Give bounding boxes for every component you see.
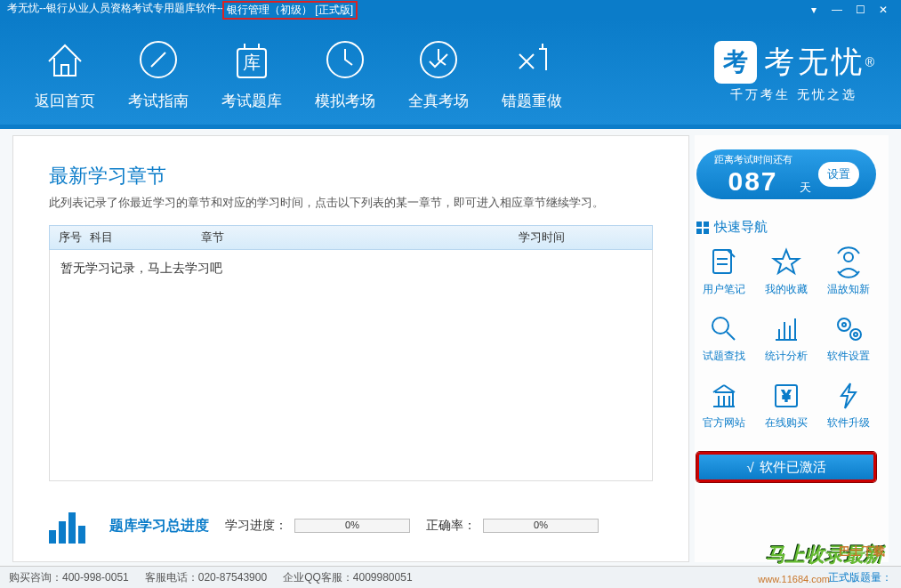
bar-chart-icon	[49, 508, 93, 544]
study-label: 学习进度：	[225, 518, 287, 534]
main-panel: 最新学习章节 此列表记录了你最近学习的章节和对应的学习时间，点击以下列表的某一章…	[12, 135, 689, 562]
title-highlight: 银行管理（初级） [正式版]	[222, 1, 358, 20]
quicknav-settings[interactable]: 软件设置	[821, 313, 876, 364]
statusbar: 购买咨询：400-998-0051 客服电话：020-87543900 企业QQ…	[0, 566, 901, 588]
svg-rect-7	[68, 512, 76, 544]
quicknav-grid: 用户笔记 我的收藏 温故知新 试题查找 统计分析 软件设置 官方网站 ¥在线购买…	[696, 246, 876, 431]
quicknav-search[interactable]: 试题查找	[696, 313, 752, 364]
redo-icon	[509, 36, 555, 83]
section-desc: 此列表记录了你最近学习的章节和对应的学习时间，点击以下列表的某一章节，即可进入相…	[49, 195, 653, 211]
quicknav-website[interactable]: 官方网站	[696, 380, 752, 431]
quicknav-upgrade[interactable]: 软件升级	[821, 380, 876, 431]
money-icon: ¥	[770, 380, 802, 412]
empty-message: 暂无学习记录，马上去学习吧	[60, 261, 222, 275]
svg-point-14	[844, 253, 853, 262]
brand-slogan: 千万考生 无忧之选	[714, 87, 874, 103]
col-idx: 序号	[50, 230, 90, 246]
table-body: 暂无学习记录，马上去学习吧	[49, 250, 653, 481]
minimize-icon[interactable]: —	[826, 4, 848, 16]
svg-rect-10	[704, 222, 709, 227]
star-icon	[770, 246, 802, 278]
brand-logo: 考	[714, 41, 757, 84]
status-buy: 购买咨询：400-998-0051	[9, 570, 129, 585]
countdown-days: 天	[800, 180, 811, 196]
progress-title: 题库学习总进度	[109, 517, 209, 536]
lightning-icon	[833, 380, 865, 412]
svg-rect-8	[78, 526, 85, 544]
grid-icon	[696, 222, 709, 234]
nav-real[interactable]: 全真考场	[400, 34, 476, 111]
correct-progress-bar: 0%	[483, 519, 599, 533]
dropdown-icon[interactable]: ▾	[803, 4, 825, 16]
progress-section: 题库学习总进度 学习进度： 0% 正确率： 0%	[49, 481, 653, 544]
svg-point-15	[712, 318, 728, 334]
svg-point-16	[838, 318, 850, 331]
svg-rect-13	[713, 250, 731, 273]
main-toolbar: 返回首页 考试指南 库 考试题库 模拟考场 全真考场 错题重做	[0, 20, 901, 125]
svg-rect-11	[696, 229, 702, 234]
clock-check-icon	[415, 36, 462, 83]
status-phone: 客服电话：020-87543900	[145, 570, 267, 585]
check-icon: √	[746, 460, 753, 475]
quicknav-stats[interactable]: 统计分析	[759, 313, 814, 364]
svg-rect-5	[49, 530, 56, 544]
brand-name: 考无忧	[764, 44, 865, 78]
quicknav-purchase[interactable]: ¥在线购买	[759, 380, 814, 431]
countdown-label: 距离考试时间还有	[714, 153, 792, 166]
correct-label: 正确率：	[426, 518, 476, 534]
refresh-person-icon	[833, 246, 865, 278]
home-icon	[42, 36, 88, 83]
countdown: 距离考试时间还有 087 天 设置	[696, 149, 876, 199]
library-icon: 库	[229, 36, 275, 83]
svg-point-18	[850, 329, 861, 340]
right-panel: 距离考试时间还有 087 天 设置 快速导航 用户笔记 我的收藏 温故知新 试题…	[695, 135, 889, 562]
study-progress-bar: 0%	[294, 519, 410, 533]
nav-redo[interactable]: 错题重做	[494, 34, 569, 111]
close-icon[interactable]: ✕	[873, 4, 894, 16]
svg-point-17	[842, 323, 846, 326]
col-chapter: 章节	[201, 230, 519, 246]
quicknav-title: 快速导航	[696, 219, 876, 236]
maximize-icon[interactable]: ☐	[849, 4, 871, 16]
note-icon	[708, 246, 740, 278]
nav-mock[interactable]: 模拟考场	[307, 34, 382, 111]
title-prefix: 考无忧--银行从业人员资格考试专用题库软件--	[7, 1, 224, 20]
section-title: 最新学习章节	[49, 163, 653, 189]
svg-rect-12	[704, 229, 709, 234]
table-header: 序号 科目 章节 学习时间	[49, 225, 653, 250]
nav-guide[interactable]: 考试指南	[120, 34, 196, 111]
svg-rect-9	[696, 222, 702, 227]
quicknav-favorites[interactable]: 我的收藏	[759, 246, 814, 297]
svg-rect-6	[59, 521, 66, 544]
col-time: 学习时间	[519, 230, 652, 246]
titlebar: 考无忧--银行从业人员资格考试专用题库软件-- 银行管理（初级） [正式版] ▾…	[0, 0, 901, 20]
svg-text:¥: ¥	[782, 389, 791, 404]
nav-bank[interactable]: 库 考试题库	[213, 34, 289, 111]
activated-button[interactable]: √ 软件已激活	[696, 452, 876, 482]
compass-icon	[135, 36, 181, 83]
building-icon	[708, 380, 740, 412]
status-qq: 企业QQ客服：4009980051	[283, 570, 412, 585]
quicknav-notes[interactable]: 用户笔记	[696, 246, 752, 297]
quicknav-review[interactable]: 温故知新	[821, 246, 876, 297]
svg-text:库: 库	[243, 52, 261, 72]
countdown-number: 087	[728, 166, 777, 197]
nav-home[interactable]: 返回首页	[27, 34, 102, 111]
status-right[interactable]: 正式版题量：	[828, 570, 892, 585]
clock-icon	[322, 36, 368, 83]
content-area: 最新学习章节 此列表记录了你最近学习的章节和对应的学习时间，点击以下列表的某一章…	[0, 125, 901, 566]
countdown-settings-button[interactable]: 设置	[818, 162, 859, 187]
gear-icon	[833, 313, 865, 345]
stats-icon	[770, 313, 802, 345]
svg-point-19	[854, 333, 857, 336]
col-subject: 科目	[90, 230, 201, 246]
search-icon	[708, 313, 740, 345]
window-controls: ▾ — ☐ ✕	[803, 4, 894, 16]
app-window: 考无忧--银行从业人员资格考试专用题库软件-- 银行管理（初级） [正式版] ▾…	[0, 0, 901, 588]
brand: 考 考无忧® 千万考生 无忧之选	[714, 41, 874, 103]
